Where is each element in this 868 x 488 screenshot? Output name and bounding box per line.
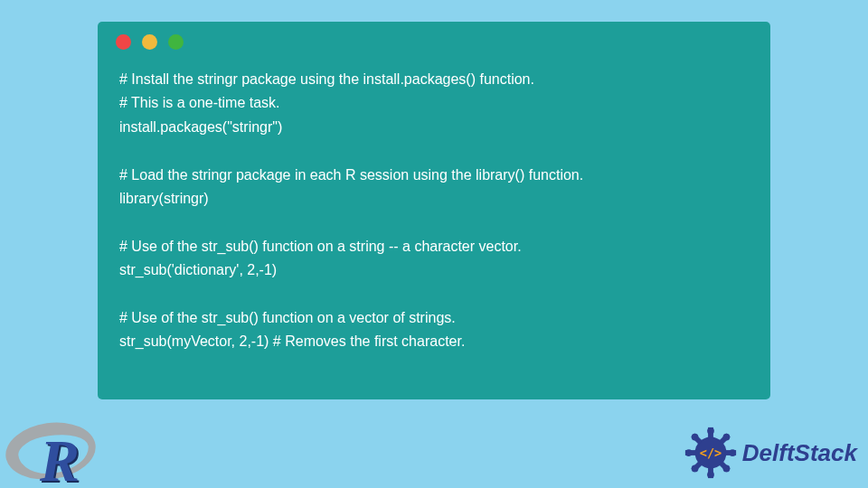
blank-line: [119, 139, 749, 163]
code-window: # Install the stringr package using the …: [98, 22, 770, 399]
svg-rect-11: [685, 450, 696, 455]
code-line: # Load the stringr package in each R ses…: [119, 164, 749, 187]
svg-rect-9: [708, 427, 713, 438]
maximize-icon: [168, 34, 184, 50]
delftstack-logo: </> DelftStack: [683, 425, 857, 481]
blank-line: [119, 211, 749, 234]
code-line: library(stringr): [119, 187, 749, 211]
minimize-icon: [142, 34, 157, 50]
code-line: # This is a one-time task.: [119, 91, 749, 115]
close-icon: [116, 34, 131, 50]
svg-rect-10: [708, 467, 713, 478]
svg-rect-12: [725, 450, 736, 455]
r-logo-icon: R: [5, 416, 107, 488]
code-line: # Use of the str_sub() function on a vec…: [119, 306, 749, 330]
delftstack-label: DelftStack: [742, 439, 857, 467]
code-line: # Use of the str_sub() function on a str…: [119, 235, 749, 258]
r-logo-letter: R: [40, 427, 80, 488]
delftstack-badge-icon: </>: [683, 425, 739, 481]
blank-line: [119, 283, 749, 306]
code-line: # Install the stringr package using the …: [119, 68, 749, 91]
code-line: str_sub(myVector, 2,-1) # Removes the fi…: [119, 330, 749, 353]
code-line: install.packages("stringr"): [119, 116, 749, 139]
code-bracket-icon: </>: [700, 446, 722, 460]
window-controls: [116, 34, 749, 50]
code-block: # Install the stringr package using the …: [119, 68, 749, 354]
code-line: str_sub('dictionary', 2,-1): [119, 258, 749, 282]
